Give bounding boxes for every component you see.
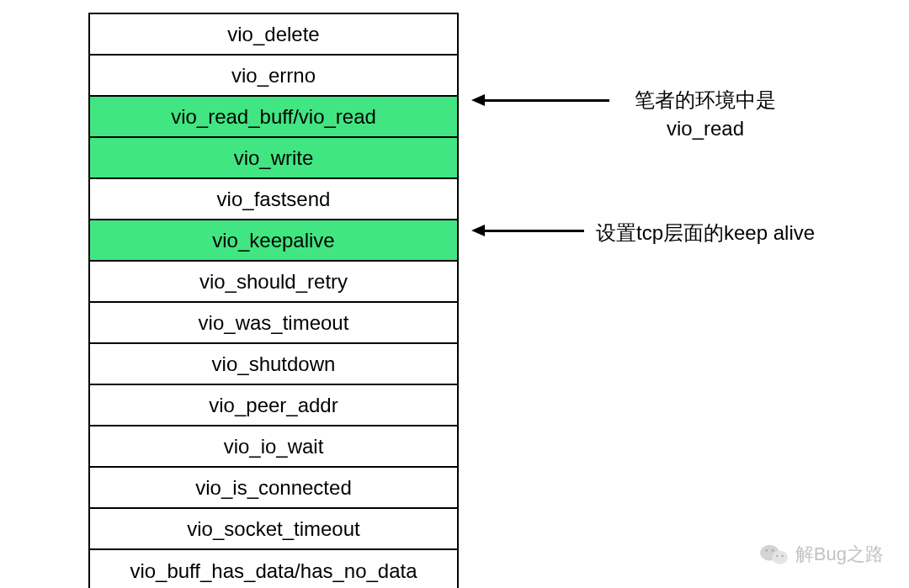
table-row: vio_socket_timeout: [90, 509, 457, 550]
row-label: vio_fastsend: [217, 188, 331, 211]
watermark-text: 解Bug之路: [795, 542, 884, 567]
table-row: vio_buff_has_data/has_no_data: [90, 550, 457, 588]
function-table: vio_delete vio_errno vio_read_buff/vio_r…: [88, 13, 459, 588]
svg-point-3: [772, 549, 774, 552]
table-row-highlighted: vio_keepalive: [90, 220, 457, 262]
row-label: vio_socket_timeout: [187, 517, 359, 541]
table-row: vio_delete: [90, 14, 457, 56]
table-row: vio_was_timeout: [90, 303, 457, 344]
table-row: vio_shutdown: [90, 344, 457, 385]
table-row-highlighted: vio_read_buff/vio_read: [90, 97, 457, 138]
row-label: vio_shutdown: [212, 352, 336, 376]
row-label: vio_io_wait: [224, 435, 324, 458]
row-label: vio_write: [234, 146, 314, 170]
table-row: vio_io_wait: [90, 426, 457, 468]
annotation-keepalive: 设置tcp层面的keep alive: [596, 219, 815, 247]
table-row-highlighted: vio_write: [90, 138, 457, 179]
table-row: vio_errno: [90, 56, 457, 97]
svg-point-5: [781, 555, 783, 557]
table-row: vio_should_retry: [90, 262, 457, 303]
annotation-line1: 笔者的环境中是: [621, 86, 789, 114]
row-label: vio_should_retry: [199, 270, 348, 294]
svg-point-4: [776, 555, 778, 557]
wechat-icon: [760, 543, 789, 566]
row-label: vio_was_timeout: [199, 311, 349, 335]
table-row: vio_fastsend: [90, 179, 457, 220]
table-row: vio_peer_addr: [90, 385, 457, 426]
annotation-text: 设置tcp层面的keep alive: [596, 221, 815, 244]
annotation-read: 笔者的环境中是 vio_read: [621, 86, 789, 142]
row-label: vio_delete: [227, 23, 319, 46]
row-label: vio_peer_addr: [209, 394, 338, 417]
row-label: vio_errno: [231, 64, 316, 87]
watermark: 解Bug之路: [760, 542, 884, 567]
svg-point-1: [772, 551, 788, 564]
row-label: vio_is_connected: [195, 476, 351, 500]
arrow-line: [483, 99, 609, 102]
svg-point-2: [765, 549, 768, 552]
annotation-line2: vio_read: [621, 114, 789, 143]
table-row: vio_is_connected: [90, 468, 457, 509]
row-label: vio_keepalive: [212, 229, 334, 252]
arrow-line: [483, 230, 584, 232]
row-label: vio_buff_has_data/has_no_data: [130, 559, 417, 583]
row-label: vio_read_buff/vio_read: [171, 105, 376, 129]
